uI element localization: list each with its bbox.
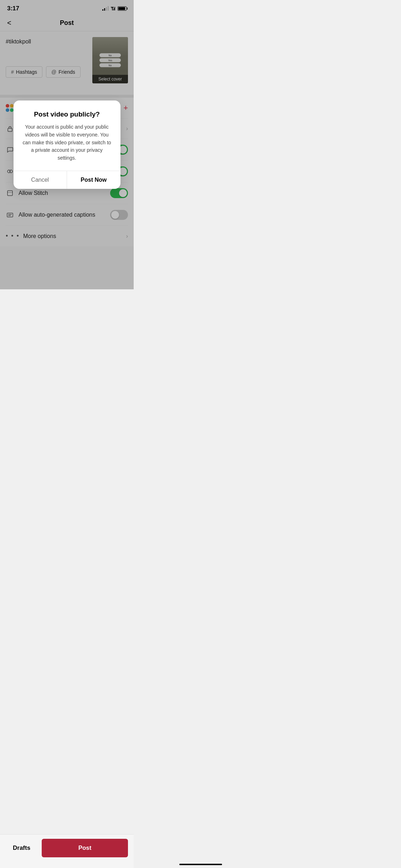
dialog-message: Your account is public and your public v… <box>22 123 112 162</box>
dialog-overlay: Post video publicly? Your account is pub… <box>0 0 134 289</box>
post-now-button[interactable]: Post Now <box>67 171 120 189</box>
dialog-body: Post video publicly? Your account is pub… <box>14 100 120 162</box>
dialog: Post video publicly? Your account is pub… <box>14 100 120 188</box>
dialog-actions: Cancel Post Now <box>14 171 120 189</box>
dialog-title: Post video publicly? <box>22 110 112 118</box>
cancel-button[interactable]: Cancel <box>14 171 67 189</box>
